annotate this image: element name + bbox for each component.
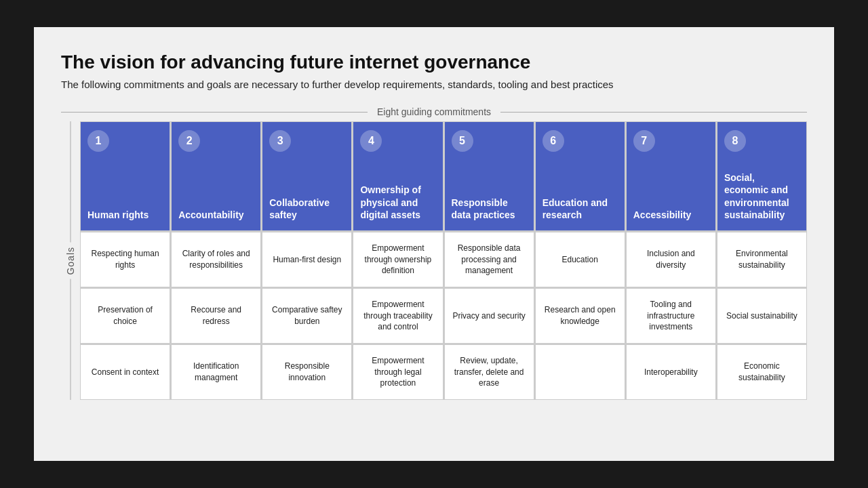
goal-cell-r3-c1: Consent in context bbox=[81, 345, 170, 399]
slide: The vision for advancing future internet… bbox=[34, 27, 834, 461]
goal-cell-r2-c4: Empowerment through traceability and con… bbox=[353, 289, 442, 343]
header-label-5: Responsible data practices bbox=[452, 197, 527, 221]
goal-cell-r3-c6 bbox=[536, 345, 625, 399]
header-number-6: 6 bbox=[542, 130, 564, 152]
header-number-2: 2 bbox=[178, 130, 200, 152]
header-number-7: 7 bbox=[633, 130, 655, 152]
goal-cell-r2-c3: Comparative saftey burden bbox=[262, 289, 351, 343]
goal-cell-r1-c6: Education bbox=[536, 232, 625, 287]
header-cell-2: 2Accountability bbox=[172, 122, 260, 230]
header-cell-6: 6Education and research bbox=[536, 122, 625, 230]
header-cell-1: 1Human rights bbox=[81, 122, 170, 230]
header-label-2: Accountability bbox=[178, 209, 243, 221]
goal-cell-r1-c4: Empowerment through ownership definition bbox=[353, 232, 442, 287]
header-label-4: Ownership of physical and digital assets bbox=[360, 184, 435, 221]
header-number-4: 4 bbox=[360, 130, 382, 152]
page-subtitle: The following commitments and goals are … bbox=[61, 79, 807, 90]
commitments-label-row: Eight guiding commitments bbox=[61, 106, 807, 117]
commitments-line-right bbox=[500, 112, 807, 113]
goal-cell-r2-c7: Tooling and infrastructure investments bbox=[627, 289, 715, 343]
goal-cell-r1-c5: Responsible data processing and manageme… bbox=[445, 232, 534, 287]
grid-container: 1Human rights2Accountability3Collaborati… bbox=[80, 121, 807, 400]
goal-cell-r1-c7: Inclusion and diversity bbox=[627, 232, 715, 287]
main-grid-wrapper: Goals 1Human rights2Accountability3Colla… bbox=[61, 121, 807, 400]
header-cell-4: 4Ownership of physical and digital asset… bbox=[353, 122, 442, 230]
header-cell-5: 5Responsible data practices bbox=[445, 122, 534, 230]
goal-cell-r1-c8: Environmental sustainability bbox=[717, 232, 806, 287]
goal-cell-r3-c8: Economic sustainability bbox=[717, 345, 806, 399]
goal-cell-r1-c1: Respecting human rights bbox=[81, 232, 170, 287]
header-cell-3: 3Collaborative saftey bbox=[262, 122, 351, 230]
goal-cell-r1-c3: Human-first design bbox=[262, 232, 351, 287]
goals-label-wrapper: Goals bbox=[61, 121, 80, 400]
header-cell-8: 8Social, economic and environmental sust… bbox=[717, 122, 806, 230]
header-label-3: Collaborative saftey bbox=[269, 197, 344, 221]
header-label-6: Education and research bbox=[542, 197, 618, 221]
header-label-1: Human rights bbox=[87, 209, 149, 221]
goal-cell-r2-c1: Preservation of choice bbox=[81, 289, 170, 343]
header-number-5: 5 bbox=[452, 130, 473, 152]
goal-cell-r2-c5: Privacy and security bbox=[445, 289, 534, 343]
commitments-label: Eight guiding commitments bbox=[368, 106, 500, 117]
page-title: The vision for advancing future internet… bbox=[61, 52, 807, 73]
commitments-line-left bbox=[61, 112, 368, 113]
goal-cell-r2-c8: Social sustainability bbox=[717, 289, 806, 343]
header-label-7: Accessibility bbox=[633, 209, 692, 221]
goals-label: Goals bbox=[65, 243, 76, 279]
goal-cell-r2-c2: Recourse and redress bbox=[172, 289, 260, 343]
header-label-8: Social, economic and environmental susta… bbox=[724, 171, 800, 221]
header-number-1: 1 bbox=[87, 130, 109, 152]
header-number-8: 8 bbox=[724, 130, 746, 152]
goal-cell-r1-c2: Clarity of roles and responsibilities bbox=[172, 232, 260, 287]
goal-cell-r2-c6: Research and open knowledge bbox=[536, 289, 625, 343]
header-number-3: 3 bbox=[269, 130, 291, 152]
goal-cell-r3-c5: Review, update, transfer, delete and era… bbox=[445, 345, 534, 399]
goal-cell-r3-c4: Empowerment through legal protection bbox=[353, 345, 442, 399]
goal-cell-r3-c3: Responsible innovation bbox=[262, 345, 351, 399]
goal-cell-r3-c7: Interoperability bbox=[627, 345, 715, 399]
goal-cell-r3-c2: Identification managment bbox=[172, 345, 260, 399]
header-cell-7: 7Accessibility bbox=[627, 122, 715, 230]
